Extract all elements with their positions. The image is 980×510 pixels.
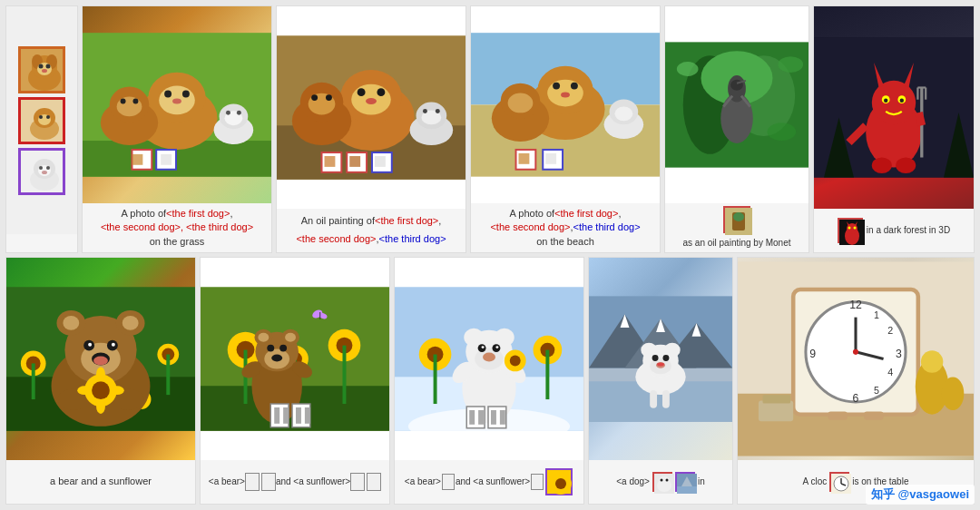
svg-point-272	[853, 349, 858, 355]
svg-point-7	[46, 64, 51, 68]
svg-point-159	[96, 367, 105, 381]
bear3-image	[395, 258, 583, 460]
monster-image	[814, 6, 974, 209]
main-container: A photo of <the first dog>, <the second …	[0, 0, 980, 510]
svg-point-49	[358, 88, 366, 96]
svg-point-74	[571, 83, 578, 90]
svg-point-182	[285, 333, 296, 342]
svg-point-154	[93, 357, 108, 366]
svg-rect-247	[662, 390, 670, 408]
svg-rect-43	[161, 154, 172, 165]
svg-point-151	[88, 343, 92, 347]
svg-text:2: 2	[887, 325, 893, 336]
svg-point-161	[77, 386, 92, 395]
watermark: 知乎 @vasgaowei	[866, 485, 975, 505]
cell-monster: in a dark forest in 3D	[813, 5, 975, 253]
svg-rect-273	[828, 412, 847, 420]
svg-point-29	[172, 98, 181, 103]
svg-point-113	[884, 99, 887, 103]
svg-text:3: 3	[896, 348, 902, 360]
svg-rect-274	[864, 412, 883, 420]
svg-point-6	[39, 64, 44, 68]
svg-point-215	[483, 353, 495, 362]
dog-lake-caption: <a dog>	[589, 460, 732, 504]
svg-point-128	[848, 227, 850, 230]
svg-rect-223	[478, 410, 484, 425]
row-1: A photo of <the first dog>, <the second …	[5, 5, 975, 253]
svg-point-252	[665, 479, 668, 482]
svg-line-120	[919, 113, 922, 125]
svg-point-27	[164, 91, 172, 98]
svg-point-152	[112, 343, 115, 347]
svg-point-21	[42, 171, 47, 174]
svg-point-14	[46, 115, 50, 119]
svg-point-242	[652, 355, 659, 361]
svg-point-38	[226, 111, 230, 115]
svg-text:6: 6	[853, 392, 859, 405]
svg-rect-200	[434, 355, 437, 404]
svg-point-102	[733, 212, 744, 221]
svg-text:4: 4	[887, 367, 893, 378]
svg-point-73	[553, 83, 560, 90]
svg-point-51	[366, 98, 377, 104]
svg-point-213	[482, 346, 485, 348]
cell-bear-sunflower-1: a bear and a sunflower	[5, 257, 196, 505]
svg-point-32	[117, 96, 142, 116]
svg-rect-278	[759, 400, 793, 421]
cell-clock: 12 3 6 9 1 2 4 5	[737, 257, 975, 505]
svg-rect-193	[296, 407, 301, 424]
svg-rect-66	[349, 156, 360, 167]
svg-point-81	[614, 106, 632, 121]
bird-monet-image	[665, 6, 808, 203]
svg-point-184	[267, 345, 274, 352]
svg-rect-203	[545, 350, 549, 399]
thumb-white-dog	[18, 148, 65, 195]
svg-rect-255	[677, 486, 697, 494]
svg-point-28	[182, 91, 190, 98]
svg-rect-170	[342, 346, 346, 404]
svg-rect-194	[305, 407, 310, 424]
thumb-chow2	[18, 97, 65, 144]
svg-point-277	[942, 377, 964, 410]
svg-rect-42	[132, 154, 142, 165]
svg-point-251	[660, 479, 662, 482]
svg-rect-222	[469, 410, 475, 425]
svg-point-108	[872, 81, 916, 124]
svg-point-39	[237, 111, 241, 115]
svg-point-181	[258, 333, 269, 342]
svg-point-160	[96, 399, 105, 414]
svg-point-19	[39, 166, 43, 170]
svg-point-122	[896, 158, 916, 174]
cell-chow-painting: An oil painting of <the first dog>, <the…	[276, 5, 466, 253]
svg-point-60	[423, 109, 427, 113]
svg-point-114	[900, 99, 904, 103]
svg-point-20	[46, 166, 50, 170]
svg-point-185	[279, 345, 287, 352]
svg-point-219	[510, 356, 521, 367]
bear1-image	[6, 258, 195, 460]
svg-point-276	[921, 350, 943, 372]
svg-point-214	[495, 346, 498, 348]
svg-point-78	[508, 93, 534, 113]
bear1-caption: a bear and a sunflower	[6, 460, 195, 504]
svg-point-162	[110, 386, 124, 395]
svg-point-8	[42, 69, 47, 73]
svg-point-146	[63, 316, 79, 330]
cell-bear-sunflower-3: <a bear> and <a sunflower>	[394, 257, 584, 505]
svg-rect-191	[274, 407, 279, 424]
svg-rect-84	[518, 153, 529, 164]
svg-point-33	[121, 98, 126, 103]
cell-chow-grass: A photo of <the first dog>, <the second …	[82, 5, 272, 253]
chow-painting-caption: An oil painting of <the first dog>, <the…	[277, 209, 466, 252]
svg-point-186	[271, 355, 282, 362]
svg-rect-67	[375, 156, 386, 167]
svg-rect-85	[545, 153, 556, 164]
svg-point-97	[677, 62, 699, 76]
svg-rect-225	[500, 410, 505, 425]
svg-rect-246	[650, 390, 657, 408]
chow-painting-image	[277, 6, 466, 209]
dog-lake-image	[589, 258, 732, 460]
cell-thumbs-caption	[6, 234, 77, 252]
svg-text:12: 12	[849, 299, 862, 311]
svg-point-250	[659, 476, 670, 485]
